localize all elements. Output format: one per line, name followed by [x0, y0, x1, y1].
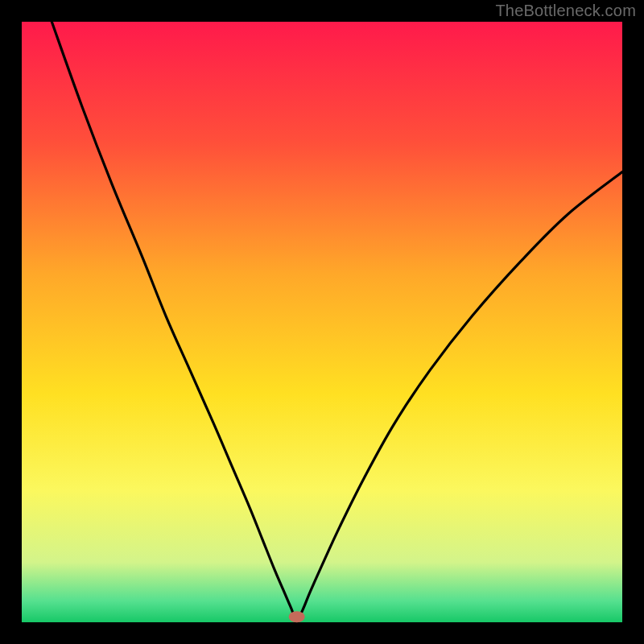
bottleneck-chart: [0, 0, 644, 644]
chart-stage: TheBottleneck.com: [0, 0, 644, 644]
chart-gradient-bg: [22, 22, 622, 622]
watermark-label: TheBottleneck.com: [495, 2, 636, 20]
optimum-marker: [289, 611, 305, 622]
